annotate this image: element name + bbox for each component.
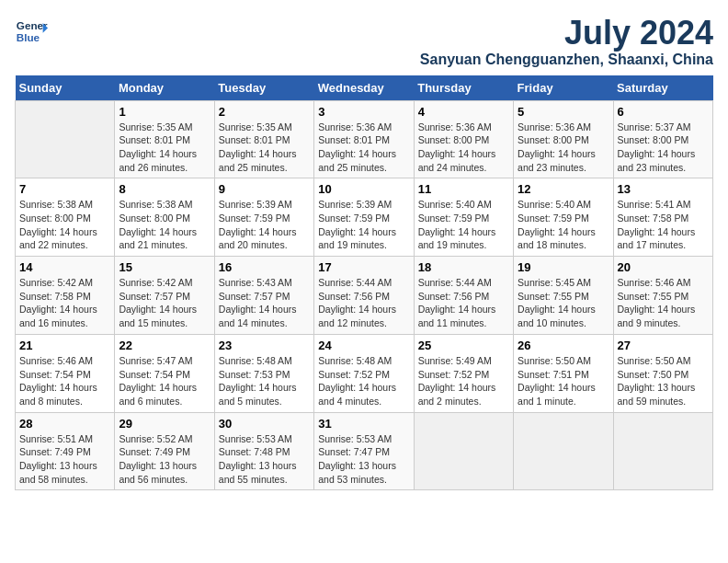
- calendar-week-row: 21Sunrise: 5:46 AMSunset: 7:54 PMDayligh…: [16, 334, 713, 412]
- col-thursday: Thursday: [414, 75, 513, 101]
- day-number: 20: [618, 260, 709, 274]
- calendar-cell: 26Sunrise: 5:50 AMSunset: 7:51 PMDayligh…: [514, 334, 613, 412]
- day-number: 8: [119, 182, 210, 196]
- cell-info: Sunrise: 5:48 AMSunset: 7:52 PMDaylight:…: [318, 354, 409, 408]
- cell-info: Sunrise: 5:48 AMSunset: 7:53 PMDaylight:…: [219, 354, 310, 408]
- day-number: 22: [119, 339, 210, 352]
- cell-info: Sunrise: 5:52 AMSunset: 7:49 PMDaylight:…: [119, 432, 210, 487]
- day-number: 11: [418, 182, 509, 196]
- subtitle: Sanyuan Chengguanzhen, Shaanxi, China: [420, 52, 713, 68]
- day-number: 21: [19, 339, 110, 352]
- calendar-cell: 19Sunrise: 5:45 AMSunset: 7:55 PMDayligh…: [514, 257, 613, 335]
- day-number: 4: [418, 105, 509, 119]
- cell-info: Sunrise: 5:49 AMSunset: 7:52 PMDaylight:…: [418, 354, 509, 408]
- calendar-week-row: 14Sunrise: 5:42 AMSunset: 7:58 PMDayligh…: [16, 257, 713, 335]
- cell-info: Sunrise: 5:36 AMSunset: 8:00 PMDaylight:…: [418, 121, 509, 175]
- calendar-cell: 10Sunrise: 5:39 AMSunset: 7:59 PMDayligh…: [314, 178, 414, 257]
- calendar-header-row: Sunday Monday Tuesday Wednesday Thursday…: [16, 75, 713, 101]
- cell-info: Sunrise: 5:39 AMSunset: 7:59 PMDaylight:…: [318, 198, 409, 252]
- calendar-cell: [514, 412, 613, 490]
- day-number: 30: [219, 417, 310, 431]
- calendar-cell: 21Sunrise: 5:46 AMSunset: 7:54 PMDayligh…: [16, 334, 115, 412]
- day-number: 16: [219, 260, 310, 274]
- calendar-cell: 30Sunrise: 5:53 AMSunset: 7:48 PMDayligh…: [214, 412, 313, 490]
- cell-info: Sunrise: 5:36 AMSunset: 8:00 PMDaylight:…: [518, 121, 609, 175]
- calendar-cell: 15Sunrise: 5:42 AMSunset: 7:57 PMDayligh…: [115, 257, 214, 335]
- page-header: General Blue July 2024 Sanyuan Chengguan…: [15, 15, 713, 68]
- cell-info: Sunrise: 5:46 AMSunset: 7:54 PMDaylight:…: [19, 354, 110, 408]
- calendar-cell: 3Sunrise: 5:36 AMSunset: 8:01 PMDaylight…: [314, 100, 414, 178]
- cell-info: Sunrise: 5:35 AMSunset: 8:01 PMDaylight:…: [119, 121, 210, 175]
- day-number: 18: [418, 260, 509, 274]
- logo: General Blue: [15, 15, 48, 48]
- col-monday: Monday: [115, 75, 214, 101]
- calendar-cell: 6Sunrise: 5:37 AMSunset: 8:00 PMDaylight…: [613, 100, 712, 178]
- day-number: 9: [219, 182, 310, 196]
- calendar-cell: 27Sunrise: 5:50 AMSunset: 7:50 PMDayligh…: [613, 334, 712, 412]
- cell-info: Sunrise: 5:35 AMSunset: 8:01 PMDaylight:…: [219, 121, 310, 175]
- calendar-cell: 23Sunrise: 5:48 AMSunset: 7:53 PMDayligh…: [214, 334, 313, 412]
- cell-info: Sunrise: 5:42 AMSunset: 7:57 PMDaylight:…: [119, 276, 210, 330]
- calendar-cell: 24Sunrise: 5:48 AMSunset: 7:52 PMDayligh…: [314, 334, 414, 412]
- day-number: 26: [518, 339, 609, 352]
- cell-info: Sunrise: 5:36 AMSunset: 8:01 PMDaylight:…: [318, 121, 409, 175]
- cell-info: Sunrise: 5:43 AMSunset: 7:57 PMDaylight:…: [219, 276, 310, 330]
- cell-info: Sunrise: 5:44 AMSunset: 7:56 PMDaylight:…: [318, 276, 409, 330]
- day-number: 23: [219, 339, 310, 352]
- day-number: 15: [119, 260, 210, 274]
- col-friday: Friday: [514, 75, 613, 101]
- calendar-body: 1Sunrise: 5:35 AMSunset: 8:01 PMDaylight…: [16, 100, 713, 490]
- cell-info: Sunrise: 5:44 AMSunset: 7:56 PMDaylight:…: [418, 276, 509, 330]
- cell-info: Sunrise: 5:53 AMSunset: 7:48 PMDaylight:…: [219, 432, 310, 487]
- calendar-week-row: 28Sunrise: 5:51 AMSunset: 7:49 PMDayligh…: [16, 412, 713, 490]
- cell-info: Sunrise: 5:39 AMSunset: 7:59 PMDaylight:…: [219, 198, 310, 252]
- calendar-table: Sunday Monday Tuesday Wednesday Thursday…: [15, 75, 713, 491]
- calendar-cell: 14Sunrise: 5:42 AMSunset: 7:58 PMDayligh…: [16, 257, 115, 335]
- day-number: 17: [318, 260, 409, 274]
- calendar-cell: [16, 100, 115, 178]
- calendar-cell: 8Sunrise: 5:38 AMSunset: 8:00 PMDaylight…: [115, 178, 214, 257]
- cell-info: Sunrise: 5:40 AMSunset: 7:59 PMDaylight:…: [418, 198, 509, 252]
- calendar-cell: [613, 412, 712, 490]
- calendar-cell: 9Sunrise: 5:39 AMSunset: 7:59 PMDaylight…: [214, 178, 313, 257]
- day-number: 7: [19, 182, 110, 196]
- day-number: 25: [418, 339, 509, 352]
- cell-info: Sunrise: 5:45 AMSunset: 7:55 PMDaylight:…: [518, 276, 609, 330]
- day-number: 27: [618, 339, 709, 352]
- logo-icon: General Blue: [15, 15, 48, 48]
- day-number: 29: [119, 417, 210, 431]
- cell-info: Sunrise: 5:42 AMSunset: 7:58 PMDaylight:…: [19, 276, 110, 330]
- calendar-cell: 11Sunrise: 5:40 AMSunset: 7:59 PMDayligh…: [414, 178, 513, 257]
- day-number: 24: [318, 339, 409, 352]
- day-number: 10: [318, 182, 409, 196]
- day-number: 12: [518, 182, 609, 196]
- calendar-cell: 31Sunrise: 5:53 AMSunset: 7:47 PMDayligh…: [314, 412, 414, 490]
- calendar-cell: 7Sunrise: 5:38 AMSunset: 8:00 PMDaylight…: [16, 178, 115, 257]
- col-wednesday: Wednesday: [314, 75, 414, 101]
- day-number: 13: [618, 182, 709, 196]
- calendar-cell: 1Sunrise: 5:35 AMSunset: 8:01 PMDaylight…: [115, 100, 214, 178]
- calendar-cell: 5Sunrise: 5:36 AMSunset: 8:00 PMDaylight…: [514, 100, 613, 178]
- cell-info: Sunrise: 5:50 AMSunset: 7:50 PMDaylight:…: [618, 354, 709, 408]
- cell-info: Sunrise: 5:50 AMSunset: 7:51 PMDaylight:…: [518, 354, 609, 408]
- cell-info: Sunrise: 5:37 AMSunset: 8:00 PMDaylight:…: [618, 121, 709, 175]
- cell-info: Sunrise: 5:38 AMSunset: 8:00 PMDaylight:…: [119, 198, 210, 252]
- day-number: 14: [19, 260, 110, 274]
- calendar-cell: 12Sunrise: 5:40 AMSunset: 7:59 PMDayligh…: [514, 178, 613, 257]
- calendar-cell: 28Sunrise: 5:51 AMSunset: 7:49 PMDayligh…: [16, 412, 115, 490]
- day-number: 19: [518, 260, 609, 274]
- col-sunday: Sunday: [16, 75, 115, 101]
- calendar-cell: 17Sunrise: 5:44 AMSunset: 7:56 PMDayligh…: [314, 257, 414, 335]
- cell-info: Sunrise: 5:40 AMSunset: 7:59 PMDaylight:…: [518, 198, 609, 252]
- calendar-cell: 18Sunrise: 5:44 AMSunset: 7:56 PMDayligh…: [414, 257, 513, 335]
- cell-info: Sunrise: 5:51 AMSunset: 7:49 PMDaylight:…: [19, 432, 110, 487]
- day-number: 28: [19, 417, 110, 431]
- calendar-cell: 20Sunrise: 5:46 AMSunset: 7:55 PMDayligh…: [613, 257, 712, 335]
- svg-text:Blue: Blue: [17, 31, 40, 43]
- cell-info: Sunrise: 5:41 AMSunset: 7:58 PMDaylight:…: [618, 198, 709, 252]
- calendar-cell: 25Sunrise: 5:49 AMSunset: 7:52 PMDayligh…: [414, 334, 513, 412]
- calendar-cell: 13Sunrise: 5:41 AMSunset: 7:58 PMDayligh…: [613, 178, 712, 257]
- calendar-week-row: 1Sunrise: 5:35 AMSunset: 8:01 PMDaylight…: [16, 100, 713, 178]
- calendar-cell: [414, 412, 513, 490]
- cell-info: Sunrise: 5:53 AMSunset: 7:47 PMDaylight:…: [318, 432, 409, 487]
